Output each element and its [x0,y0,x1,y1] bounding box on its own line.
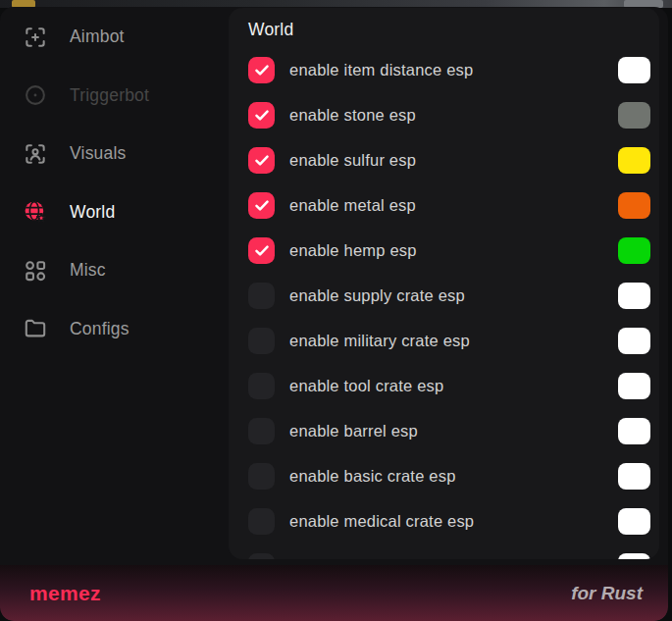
esp-color-swatch[interactable] [618,57,650,83]
esp-option-label: enable basic crate esp [289,467,456,486]
check-icon [255,200,269,211]
esp-checkbox[interactable] [248,237,275,264]
check-icon [255,155,269,166]
esp-option-row: enable sulfur esp [248,137,650,182]
esp-option-row [248,543,650,559]
sidebar-item-aimbot[interactable]: Aimbot [0,8,229,67]
esp-option-label: enable metal esp [289,196,416,215]
globe-star-icon [23,199,48,225]
esp-option-row: enable metal esp [248,182,650,228]
esp-checkbox[interactable] [248,508,275,535]
esp-color-swatch[interactable] [618,508,650,535]
esp-option-label: enable barrel esp [289,422,418,440]
esp-option-row: enable military crate esp [248,318,650,363]
esp-option-label: enable supply crate esp [289,286,465,305]
crosshair-icon [23,25,48,50]
world-panel: World enable item distance esp enable st… [229,8,659,559]
check-icon [255,65,269,76]
panel-title: World [248,17,650,42]
sidebar-item-triggerbot[interactable]: Triggerbot [0,67,229,126]
esp-checkbox[interactable] [248,57,275,83]
esp-color-swatch[interactable] [618,102,650,129]
esp-checkbox[interactable] [248,463,275,490]
esp-option-row: enable hemp esp [248,228,650,273]
esp-option-row: enable stone esp [248,92,650,137]
esp-color-swatch[interactable] [618,553,650,560]
sidebar-item-label: Configs [70,319,129,339]
esp-option-row: enable basic crate esp [248,453,650,498]
sidebar-item-world[interactable]: World [0,183,229,242]
grid-mixed-icon [23,258,48,284]
folder-icon [23,316,48,341]
esp-color-swatch[interactable] [618,147,650,174]
sidebar-item-label: Triggerbot [70,85,149,106]
scan-person-icon [23,141,48,167]
esp-color-swatch[interactable] [618,237,650,264]
esp-checkbox[interactable] [248,192,275,219]
esp-checkbox[interactable] [248,418,275,444]
check-icon [255,245,269,256]
sidebar-item-misc[interactable]: Misc [0,241,229,300]
sidebar-item-configs[interactable]: Configs [0,300,229,359]
esp-option-label: enable tool crate esp [289,377,443,395]
esp-option-label: enable medical crate esp [289,512,474,531]
sidebar-item-label: World [70,202,115,223]
esp-option-row: enable item distance esp [248,47,650,92]
esp-checkbox[interactable] [248,373,275,399]
app-window: Aimbot Triggerbot Visuals World Misc [0,0,672,621]
esp-color-swatch[interactable] [618,283,650,309]
check-icon [255,110,269,121]
esp-option-row: enable tool crate esp [248,363,650,408]
esp-option-label: enable sulfur esp [289,151,416,170]
esp-option-list: enable item distance esp enable stone es… [248,47,650,559]
esp-option-row: enable medical crate esp [248,498,650,543]
esp-checkbox[interactable] [248,102,275,129]
esp-color-swatch[interactable] [618,373,650,399]
sidebar-item-label: Misc [70,260,106,281]
esp-checkbox[interactable] [248,553,275,560]
sidebar: Aimbot Triggerbot Visuals World Misc [0,8,229,358]
circle-dot-icon [23,82,48,108]
esp-checkbox[interactable] [248,283,275,309]
esp-checkbox[interactable] [248,147,275,174]
brand-label: memez [29,582,101,605]
sidebar-item-visuals[interactable]: Visuals [0,125,229,183]
sidebar-item-label: Aimbot [70,26,125,47]
tagline-label: for Rust [571,583,643,604]
cheat-menu-window: Aimbot Triggerbot Visuals World Misc [0,7,668,621]
esp-color-swatch[interactable] [618,328,650,354]
esp-option-label: enable stone esp [289,106,416,125]
esp-option-row: enable supply crate esp [248,273,650,318]
esp-option-label: enable item distance esp [289,61,473,79]
footer: memez for Rust [0,565,668,621]
esp-option-row: enable barrel esp [248,408,650,453]
esp-option-label: enable hemp esp [289,241,417,260]
esp-color-swatch[interactable] [618,192,650,219]
sidebar-item-label: Visuals [70,143,127,164]
esp-checkbox[interactable] [248,328,275,354]
esp-color-swatch[interactable] [618,463,650,490]
esp-option-label: enable military crate esp [289,332,470,350]
esp-color-swatch[interactable] [618,418,650,444]
